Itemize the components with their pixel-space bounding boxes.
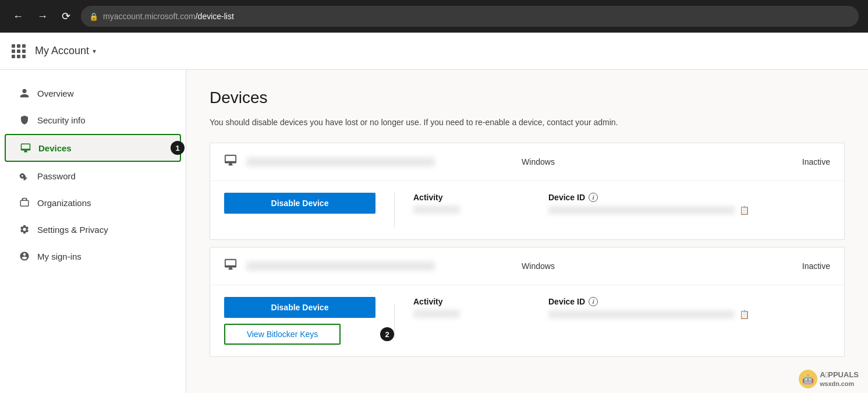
device-2-body: Disable Device View Bitlocker Keys 2 Act… [210,285,844,356]
disable-device-1-button[interactable]: Disable Device [224,193,375,214]
device-1-activity-label: Activity [413,193,530,202]
device-2-os: Windows [444,261,633,271]
device-2-name [246,261,435,271]
device-card-2: Windows Inactive Disable Device View Bit… [210,247,845,357]
device-1-header: Windows Inactive [210,143,844,181]
signin-icon [19,250,30,262]
device-2-activity: Activity [413,297,530,318]
device-1-id-row: 📋 [548,206,830,215]
device-1-activity: Activity [413,193,530,214]
back-button[interactable]: ← [9,8,27,25]
gear-icon [19,224,30,235]
key-icon [19,170,30,182]
watermark-icon: 🤖 [799,370,817,388]
watermark-text: A⃣PPUALSwsxdn.com [820,370,859,388]
device-2-id-row: 📋 [548,310,830,319]
person-icon [19,87,30,99]
device-1-os: Windows [444,157,633,167]
sidebar-item-settings-privacy[interactable]: Settings & Privacy [5,217,181,242]
sidebar-password-label: Password [37,171,76,181]
device-2-icon [224,258,237,274]
url-path: /device-list [196,12,234,21]
step-badge-2: 2 [380,327,394,341]
forward-button[interactable]: → [34,8,51,25]
sidebar-overview-label: Overview [37,88,74,98]
device-2-info-icon[interactable]: i [589,297,598,306]
lock-icon: 🔒 [89,12,98,21]
page-description: You should disable devices you have lost… [210,116,845,129]
device-2-status: Inactive [642,261,830,271]
device-1-icon [224,154,237,170]
sidebar-item-password[interactable]: Password [5,163,181,189]
device-card-1: Windows Inactive Disable Device Activity… [210,143,845,240]
step-badge-1: 1 [171,141,185,155]
app-header: My Account ▾ [0,33,868,70]
app-title-text: My Account [35,45,89,57]
device-1-body: Disable Device Activity Device ID i 📋 [210,181,844,239]
sidebar-organizations-label: Organizations [37,198,91,208]
url-text: myaccount.microsoft.com/device-list [103,12,234,21]
device-2-id-label: Device ID i [548,297,830,306]
page-title: Devices [210,88,845,107]
device-2-id-section: Device ID i 📋 [548,297,830,319]
address-bar[interactable]: 🔒 myaccount.microsoft.com/device-list [81,6,859,27]
sidebar-item-devices[interactable]: Devices 1 [5,134,181,162]
device-1-id-section: Device ID i 📋 [548,193,830,215]
monitor-icon [20,142,31,154]
device-1-id-value [548,206,735,214]
reload-button[interactable]: ⟳ [58,8,74,25]
device-2-header: Windows Inactive [210,247,844,285]
device-1-copy-icon[interactable]: 📋 [739,206,749,215]
chevron-down-icon: ▾ [93,47,96,55]
device-2-copy-icon[interactable]: 📋 [739,310,749,319]
device-2-divider [394,303,395,338]
device-1-id-label: Device ID i [548,193,830,202]
disable-device-2-button[interactable]: Disable Device [224,297,375,318]
device-2-activity-value [413,310,460,318]
device-1-actions: Disable Device [224,193,375,214]
url-domain: myaccount.microsoft.com [103,12,196,21]
sidebar-devices-label: Devices [38,143,72,153]
device-1-info-icon[interactable]: i [589,193,598,202]
main-content: Devices You should disable devices you h… [186,70,868,393]
sidebar-item-security-info[interactable]: Security info [5,107,181,133]
sidebar-sign-ins-label: My sign-ins [37,252,82,261]
watermark: 🤖 A⃣PPUALSwsxdn.com [799,370,859,388]
device-1-status: Inactive [642,157,830,167]
sidebar: Overview Security info Devices 1 Passwor… [0,70,186,393]
sidebar-item-overview[interactable]: Overview [5,80,181,106]
browser-chrome: ← → ⟳ 🔒 myaccount.microsoft.com/device-l… [0,0,868,33]
view-bitlocker-keys-button[interactable]: View Bitlocker Keys [224,324,341,345]
device-2-activity-label: Activity [413,297,530,306]
device-1-name [246,157,435,167]
sidebar-settings-label: Settings & Privacy [37,225,108,235]
device-1-activity-value [413,206,460,214]
sidebar-item-organizations[interactable]: Organizations [5,190,181,215]
apps-grid-icon[interactable] [12,44,26,58]
shield-icon [19,114,30,126]
sidebar-security-label: Security info [37,115,86,125]
briefcase-icon [19,197,30,208]
device-2-id-value [548,310,735,318]
main-layout: Overview Security info Devices 1 Passwor… [0,70,868,393]
device-1-divider [394,193,395,228]
sidebar-item-my-sign-ins[interactable]: My sign-ins [5,243,181,269]
device-2-actions: Disable Device View Bitlocker Keys 2 [224,297,375,345]
app-title[interactable]: My Account ▾ [35,45,96,57]
